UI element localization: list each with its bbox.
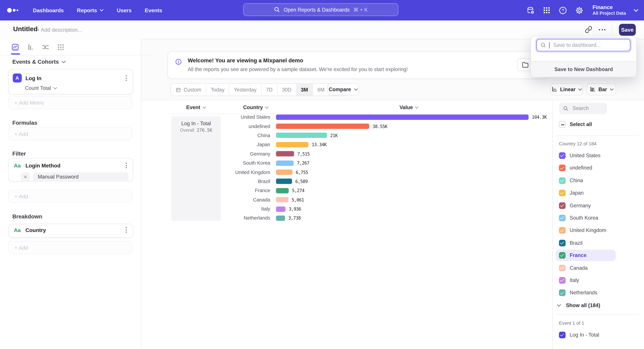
country-option-canada[interactable]: Canada	[556, 262, 591, 274]
event-checkbox[interactable]	[559, 332, 566, 338]
range-button-6m[interactable]: 6M	[312, 84, 329, 96]
bar-category-label: China	[221, 133, 270, 138]
nav-item-events[interactable]: Events	[145, 7, 162, 13]
country-option-china[interactable]: China	[556, 175, 586, 186]
country-option-japan[interactable]: Japan	[556, 187, 587, 199]
bar-china[interactable]	[276, 133, 327, 138]
range-button-today[interactable]: Today	[206, 84, 229, 96]
column-header-event[interactable]: Event	[171, 105, 221, 110]
add-breakdown-button[interactable]: + Add	[8, 241, 132, 254]
data-management-icon[interactable]	[526, 6, 534, 14]
country-option-label: China	[570, 178, 583, 183]
bar-united-kingdom[interactable]	[276, 170, 292, 175]
kebab-menu-icon[interactable]	[125, 74, 128, 82]
country-checkbox[interactable]	[559, 165, 566, 171]
project-selector[interactable]: Finance All Project Data	[592, 4, 626, 16]
filter-operator[interactable]: =	[21, 172, 30, 182]
tab-funnels[interactable]	[26, 43, 34, 51]
bar-undefined[interactable]	[276, 124, 369, 129]
kebab-menu-icon[interactable]	[125, 162, 128, 169]
country-checkbox[interactable]	[559, 152, 566, 159]
share-link-icon[interactable]	[585, 26, 592, 33]
bar-netherlands[interactable]	[276, 216, 285, 221]
save-to-new-dashboard-button[interactable]: Save to New Dashboard	[531, 61, 636, 77]
country-checkbox[interactable]	[559, 277, 566, 284]
country-option-france[interactable]: France	[556, 250, 616, 261]
save-dashboard-search[interactable]	[536, 39, 630, 51]
country-checkbox[interactable]	[559, 265, 566, 271]
column-header-value[interactable]: Value	[276, 105, 542, 110]
bar-japan[interactable]	[276, 142, 308, 147]
country-checkbox[interactable]	[559, 190, 566, 196]
country-checkbox[interactable]	[559, 177, 566, 184]
filter-property-name[interactable]: Login Method	[26, 162, 121, 169]
nav-item-dashboards[interactable]: Dashboards	[33, 7, 64, 13]
country-option-united-states[interactable]: United States	[556, 150, 604, 161]
nav-item-reports[interactable]: Reports	[77, 7, 104, 13]
more-options-icon[interactable]	[599, 29, 606, 30]
report-title[interactable]: Untitled	[13, 25, 38, 33]
country-option-brazil[interactable]: Brazil	[556, 237, 586, 249]
settings-gear-icon[interactable]	[575, 6, 584, 14]
country-option-united-kingdom[interactable]: United Kingdom	[556, 225, 610, 236]
country-checkbox[interactable]	[559, 202, 566, 209]
bar-south-korea[interactable]	[276, 160, 294, 166]
range-button-custom[interactable]: Custom	[171, 84, 206, 96]
metric-card-log-in[interactable]: A Log In Count Total	[8, 69, 133, 94]
metric-event-name[interactable]: Log In	[26, 75, 121, 81]
compare-button[interactable]: Compare	[327, 83, 359, 95]
country-checkbox[interactable]	[559, 227, 566, 234]
range-button-yesterday[interactable]: Yesterday	[229, 84, 261, 96]
country-checkbox[interactable]	[559, 240, 566, 246]
chart-type-button[interactable]: Bar	[587, 83, 616, 95]
country-option-netherlands[interactable]: Netherlands	[556, 287, 600, 299]
country-option-italy[interactable]: Italy	[556, 275, 582, 286]
add-description-button[interactable]: + Add description...	[36, 27, 82, 33]
mixpanel-logo-icon[interactable]	[6, 7, 20, 13]
events-section-header[interactable]: Events & Cohorts	[12, 59, 66, 65]
tab-flows[interactable]	[42, 43, 50, 51]
nav-item-users[interactable]: Users	[117, 7, 132, 13]
tab-retention[interactable]	[57, 43, 65, 51]
bar-canada[interactable]	[276, 197, 288, 203]
event-option-log-in-total[interactable]: Log In - Total	[556, 329, 602, 341]
legend-search-input[interactable]	[572, 105, 606, 112]
country-checkbox[interactable]	[559, 290, 566, 296]
add-formula-button[interactable]: + Add	[8, 127, 132, 140]
breakdown-card-country[interactable]: Aa Country	[8, 224, 133, 238]
chevron-down-icon[interactable]	[634, 9, 638, 12]
tab-insights[interactable]	[11, 43, 19, 51]
save-button[interactable]: Save	[619, 24, 636, 35]
filter-value[interactable]: Manual Password	[33, 172, 129, 182]
kebab-menu-icon[interactable]	[125, 226, 128, 234]
scale-selector-button[interactable]: Linear	[550, 83, 583, 95]
bar-value-label: 5,274	[292, 188, 304, 193]
country-option-germany[interactable]: Germany	[556, 200, 594, 211]
range-button-30d[interactable]: 30D	[277, 84, 296, 96]
add-metric-button[interactable]: + Add Metric	[8, 96, 132, 109]
aggregation-selector[interactable]: Count Total	[8, 82, 133, 91]
bar-united-states[interactable]	[276, 114, 528, 120]
help-icon[interactable]: ?	[558, 6, 567, 14]
bar-france[interactable]	[276, 188, 289, 193]
country-checkbox[interactable]	[559, 215, 566, 221]
select-all-checkbox[interactable]	[559, 121, 566, 128]
country-option-undefined[interactable]: undefined	[556, 162, 595, 174]
show-all-button[interactable]: Show all (184)	[557, 303, 600, 308]
range-button-7d[interactable]: 7D	[261, 84, 277, 96]
country-checkbox[interactable]	[559, 252, 566, 259]
save-dashboard-input[interactable]	[552, 42, 624, 48]
select-all-row[interactable]: Select all	[556, 119, 595, 130]
apps-grid-icon[interactable]	[542, 6, 550, 14]
bar-italy[interactable]	[276, 206, 286, 212]
legend-search[interactable]	[559, 103, 607, 114]
bar-brazil[interactable]	[276, 179, 292, 184]
bar-germany[interactable]	[276, 151, 294, 157]
global-search-button[interactable]: Open Reports & Dashboards ⌘ + K	[243, 3, 398, 16]
filter-card-login-method[interactable]: Aa Login Method = Manual Password	[8, 158, 133, 182]
column-header-country[interactable]: Country	[221, 105, 269, 110]
breakdown-property-name[interactable]: Country	[26, 227, 121, 233]
add-filter-button[interactable]: + Add	[8, 190, 132, 203]
country-option-south-korea[interactable]: South Korea	[556, 212, 602, 224]
range-button-3m[interactable]: 3M	[296, 84, 312, 96]
